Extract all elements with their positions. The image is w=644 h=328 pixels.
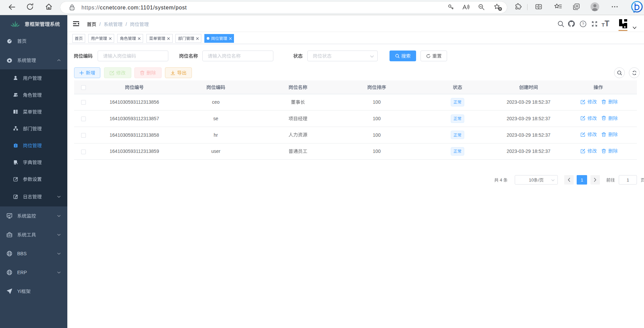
svg-text:?: ? <box>582 22 584 26</box>
